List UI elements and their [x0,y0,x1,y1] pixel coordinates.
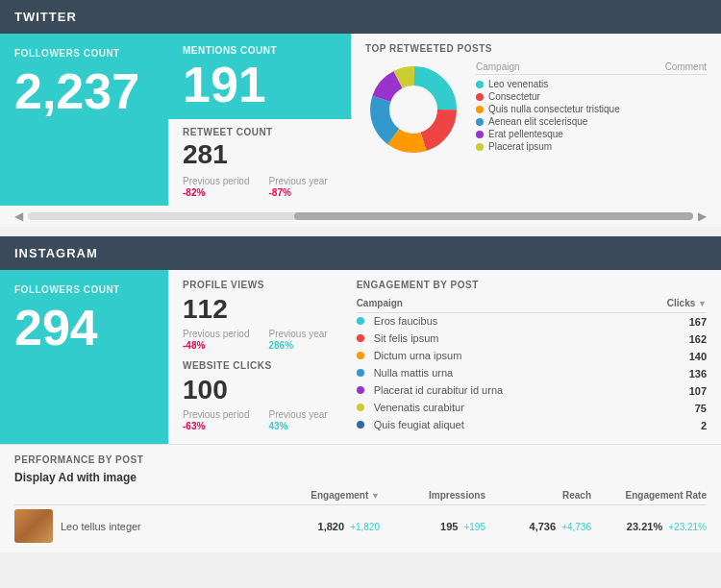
mentions-card: MENTIONS COUNT 191 [168,34,351,119]
instagram-header: INSTAGRAM [0,236,721,270]
perf-title: PERFORMANCE BY POST [14,454,707,465]
scroll-left-arrow[interactable]: ◀ [14,209,23,223]
ig-engagement-title: ENGAGEMENT BY POST [357,280,707,290]
chart-legend-row: Campaign Comment Leo venenatisConsectetu… [365,61,707,158]
performance-section: PERFORMANCE BY POST Display Ad with imag… [0,444,721,552]
ig-engagement-table: Campaign Clicks ▼ Eros faucibus 167 Sit … [357,298,707,434]
legend-table: Campaign Comment Leo venenatisConsectetu… [476,61,707,154]
perf-sort-icon: ▼ [371,491,380,501]
table-row: Eros faucibus 167 [357,313,707,331]
followers-label: FOLLOWERS COUNT [14,48,154,59]
svg-point-6 [390,86,436,133]
retweet-year-label: Previous year [268,176,327,186]
table-row: Quis feugiat aliquet 2 [357,417,707,434]
perf-rate-val: 23.21% +23.21% [591,521,707,532]
legend-header: Campaign Comment [476,61,707,75]
eng-campaign-col: Campaign [357,298,633,313]
table-row: Venenatis curabitur 75 [357,400,707,417]
legend-item: Quis nulla consectetur tristique [476,104,707,114]
twitter-content: FOLLOWERS COUNT 2,237 MENTIONS COUNT 191… [0,34,721,206]
retweet-card: RETWEET COUNT 281 Previous period -82% P… [168,119,351,206]
perf-image [14,509,53,543]
retweet-value: 281 [183,139,336,170]
ig-stats-col: PROFILE VIEWS 112 Previous period -48% P… [168,270,342,444]
eng-clicks-col[interactable]: Clicks ▼ [633,298,707,313]
twitter-legend-items: Leo venenatisConsecteturQuis nulla conse… [476,79,707,152]
ig-profile-value: 112 [183,294,328,325]
ig-followers-value: 294 [14,303,154,353]
ig-website-label: WEBSITE CLICKS [183,360,328,371]
twitter-header: TWITTER [0,0,721,34]
table-row: Placerat id curabitur id urna 107 [357,382,707,400]
ig-followers-card: FOLLOWERS COUNT 294 [0,270,168,444]
scroll-thumb [294,212,693,220]
legend-item: Erat pellentesque [476,129,707,139]
instagram-section: INSTAGRAM FOLLOWERS COUNT 294 PROFILE VI… [0,236,721,552]
followers-card: FOLLOWERS COUNT 2,237 [0,34,168,206]
instagram-content: FOLLOWERS COUNT 294 PROFILE VIEWS 112 Pr… [0,270,721,444]
legend-item: Leo venenatis [476,79,707,89]
table-row: Nulla mattis urna 136 [357,365,707,382]
legend-item: Consectetur [476,91,707,102]
table-row: Sit felis ipsum 162 [357,331,707,348]
retweet-period-label: Previous period [183,176,249,186]
scroll-right-arrow[interactable]: ▶ [698,209,707,223]
ig-website-prev-year: Previous year 43% [268,409,327,431]
legend-comment-col: Comment [665,61,707,72]
mentions-label: MENTIONS COUNT [183,45,336,56]
mentions-retweet-col: MENTIONS COUNT 191 RETWEET COUNT 281 Pre… [168,34,351,206]
perf-header: Engagement ▼ Impressions Reach Engagemen… [14,490,707,505]
perf-rate-header: Engagement Rate [591,490,707,501]
top-retweeted-title: TOP RETWEETED POSTS [365,43,707,54]
perf-reach-header: Reach [485,490,591,501]
ig-profile-prev-year: Previous year 286% [268,329,327,351]
mentions-value: 191 [183,60,336,110]
perf-reach-val: 4,736 +4,736 [485,521,591,532]
instagram-title: INSTAGRAM [14,246,98,260]
perf-imp-header: Impressions [380,490,485,501]
retweet-prev-row: Previous period -82% Previous year -87% [183,176,336,198]
scrollbar-row[interactable]: ◀ ▶ [0,206,721,227]
perf-subtitle: Display Ad with image [14,471,707,484]
perf-engagement-val: 1,820 +1,820 [264,521,380,532]
ig-profile-prev-period: Previous period -48% [183,329,249,351]
legend-item: Aenean elit scelerisque [476,116,707,127]
perf-row-name: Leo tellus integer [61,521,264,532]
twitter-title: TWITTER [14,10,77,24]
legend-item: Placerat ipsum [476,141,707,152]
sort-icon: ▼ [698,299,707,308]
perf-eng-header[interactable]: Engagement ▼ [255,490,380,501]
ig-website-value: 100 [183,375,328,405]
ig-followers-label: FOLLOWERS COUNT [14,284,154,295]
ig-website-clicks: WEBSITE CLICKS 100 Previous period -63% … [183,360,328,431]
retweet-prev-period: Previous period -82% [183,176,249,198]
ig-profile-label: PROFILE VIEWS [183,280,328,290]
donut-chart [365,61,461,158]
table-row: Dictum urna ipsum 140 [357,348,707,365]
ig-profile-views: PROFILE VIEWS 112 Previous period -48% P… [183,280,328,351]
retweet-period-value: -82% [183,187,249,198]
perf-data-row: Leo tellus integer 1,820 +1,820 195 +195… [14,509,707,543]
retweet-label: RETWEET COUNT [183,127,336,137]
ig-website-prev-period: Previous period -63% [183,409,249,431]
perf-rows: Leo tellus integer 1,820 +1,820 195 +195… [14,509,707,543]
ig-website-prev-row: Previous period -63% Previous year 43% [183,409,328,431]
perf-impressions-val: 195 +195 [380,521,485,532]
legend-campaign-col: Campaign [476,61,520,72]
twitter-section: TWITTER FOLLOWERS COUNT 2,237 MENTIONS C… [0,0,721,227]
followers-value: 2,237 [14,66,154,116]
ig-engagement-rows: Eros faucibus 167 Sit felis ipsum 162 Di… [357,313,707,435]
retweet-year-value: -87% [268,187,327,198]
top-retweeted-card: TOP RETWEETED POSTS [351,34,721,206]
retweet-prev-year: Previous year -87% [268,176,327,198]
ig-engagement-block: ENGAGEMENT BY POST Campaign Clicks ▼ [342,270,721,444]
scroll-track[interactable] [28,212,693,220]
ig-profile-prev-row: Previous period -48% Previous year 286% [183,329,328,351]
